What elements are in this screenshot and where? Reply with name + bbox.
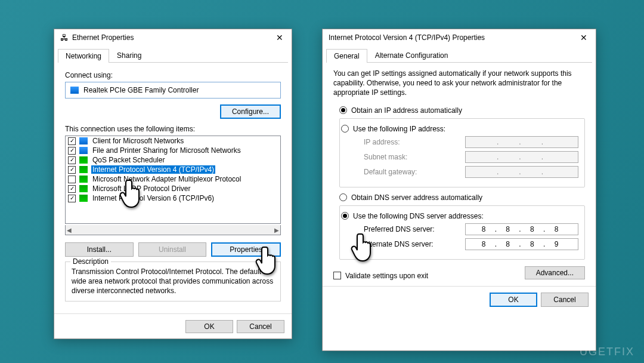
preferred-dns-label: Preferred DNS server: xyxy=(364,225,465,233)
ip-address-input[interactable] xyxy=(465,136,578,148)
checkbox-icon[interactable]: ✓ xyxy=(68,166,76,174)
close-icon[interactable]: ✕ xyxy=(578,33,590,42)
radio-obtain-ip-auto[interactable]: Obtain an IP address automatically xyxy=(339,106,585,115)
component-label: Internet Protocol Version 4 (TCP/IPv4) xyxy=(91,165,215,174)
ok-button[interactable]: OK xyxy=(185,320,233,333)
cancel-button[interactable]: Cancel xyxy=(541,293,589,307)
default-gateway-label: Default gateway: xyxy=(364,168,465,176)
list-item-selected[interactable]: ✓ Internet Protocol Version 4 (TCP/IPv4) xyxy=(66,165,280,174)
checkbox-icon[interactable] xyxy=(68,176,76,183)
tab-general[interactable]: General xyxy=(326,49,367,63)
component-icon xyxy=(79,185,88,192)
radio-icon xyxy=(341,125,349,133)
list-item[interactable]: ✓ Client for Microsoft Networks xyxy=(66,136,280,146)
list-item[interactable]: ✓ Internet Protocol Version 6 (TCP/IPv6) xyxy=(66,193,280,203)
watermark: UGETFIX xyxy=(580,346,634,358)
list-item[interactable]: Microsoft Network Adapter Multiplexor Pr… xyxy=(66,174,280,184)
radio-label: Use the following DNS server addresses: xyxy=(353,212,484,220)
component-icon xyxy=(79,195,88,202)
list-item[interactable]: ✓ File and Printer Sharing for Microsoft… xyxy=(66,146,280,155)
component-icon xyxy=(79,137,88,144)
radio-icon xyxy=(339,193,347,201)
component-label: File and Printer Sharing for Microsoft N… xyxy=(91,146,242,155)
radio-obtain-dns-auto[interactable]: Obtain DNS server address automatically xyxy=(339,193,585,202)
list-item[interactable]: ✓ Microsoft LLDP Protocol Driver xyxy=(66,184,280,193)
adapter-field[interactable]: Realtek PCIe GBE Family Controller xyxy=(65,82,281,99)
tabs: General Alternate Configuration xyxy=(326,48,592,63)
properties-button[interactable]: Properties xyxy=(211,242,281,257)
validate-checkbox[interactable]: Validate settings upon exit xyxy=(333,272,428,280)
validate-label: Validate settings upon exit xyxy=(345,272,428,280)
titlebar: 🖧 Ethernet Properties ✕ xyxy=(54,29,292,46)
list-item[interactable]: ✓ QoS Packet Scheduler xyxy=(66,155,280,165)
default-gateway-input[interactable] xyxy=(465,166,578,178)
titlebar: Internet Protocol Version 4 (TCP/IPv4) P… xyxy=(323,29,596,46)
radio-label: Obtain DNS server address automatically xyxy=(351,193,482,202)
install-button[interactable]: Install... xyxy=(65,242,134,257)
subnet-mask-input[interactable] xyxy=(465,151,578,163)
tab-sharing[interactable]: Sharing xyxy=(109,48,149,62)
component-label: Client for Microsoft Networks xyxy=(91,137,185,145)
component-label: QoS Packet Scheduler xyxy=(91,156,166,164)
adapter-name: Realtek PCIe GBE Family Controller xyxy=(83,86,199,94)
preferred-dns-input[interactable] xyxy=(465,223,578,235)
tab-alternate-config[interactable]: Alternate Configuration xyxy=(367,48,456,62)
ip-manual-group: Use the following IP address: IP address… xyxy=(339,118,585,187)
radio-icon xyxy=(341,212,349,220)
alternate-dns-input[interactable] xyxy=(465,238,578,250)
ok-button[interactable]: OK xyxy=(490,293,537,307)
checkbox-icon xyxy=(333,272,341,279)
component-icon xyxy=(79,176,88,183)
description-group: Description Transmission Control Protoco… xyxy=(65,262,281,302)
configure-button[interactable]: Configure... xyxy=(220,104,281,119)
alternate-dns-label: Alternate DNS server: xyxy=(364,240,465,248)
advanced-button[interactable]: Advanced... xyxy=(525,266,585,279)
radio-label: Use the following IP address: xyxy=(353,125,445,133)
ethernet-icon: 🖧 xyxy=(60,33,69,42)
component-icon xyxy=(79,166,88,173)
ip-address-label: IP address: xyxy=(364,138,465,146)
components-listbox[interactable]: ✓ Client for Microsoft Networks ✓ File a… xyxy=(65,136,281,224)
component-label: Internet Protocol Version 6 (TCP/IPv6) xyxy=(91,194,215,202)
cancel-button[interactable]: Cancel xyxy=(237,320,284,333)
description-heading: Description xyxy=(70,257,111,266)
tabs: Networking Sharing xyxy=(58,48,288,63)
horizontal-scrollbar[interactable]: ◀▶ xyxy=(65,225,281,235)
close-icon[interactable]: ✕ xyxy=(274,33,286,42)
checkbox-icon[interactable]: ✓ xyxy=(68,137,76,145)
component-label: Microsoft Network Adapter Multiplexor Pr… xyxy=(91,175,242,183)
items-label: This connection uses the following items… xyxy=(65,125,281,133)
radio-use-ip[interactable]: Use the following IP address: xyxy=(341,125,580,133)
radio-label: Obtain an IP address automatically xyxy=(351,106,462,115)
subnet-mask-label: Subnet mask: xyxy=(364,153,465,161)
ethernet-properties-window: 🖧 Ethernet Properties ✕ Networking Shari… xyxy=(54,29,292,339)
intro-text: You can get IP settings assigned automat… xyxy=(333,69,585,98)
checkbox-icon[interactable]: ✓ xyxy=(68,147,76,155)
checkbox-icon[interactable]: ✓ xyxy=(68,195,76,202)
ipv4-properties-window: Internet Protocol Version 4 (TCP/IPv4) P… xyxy=(322,29,596,351)
component-icon xyxy=(79,147,88,154)
component-icon xyxy=(79,156,88,164)
checkbox-icon[interactable]: ✓ xyxy=(68,185,76,193)
connect-using-label: Connect using: xyxy=(65,71,281,79)
dns-manual-group: Use the following DNS server addresses: … xyxy=(339,205,585,260)
adapter-icon xyxy=(70,87,79,94)
checkbox-icon[interactable]: ✓ xyxy=(68,156,76,164)
tab-networking[interactable]: Networking xyxy=(58,49,109,63)
radio-icon xyxy=(339,106,347,114)
radio-use-dns[interactable]: Use the following DNS server addresses: xyxy=(341,212,580,220)
window-title: Internet Protocol Version 4 (TCP/IPv4) P… xyxy=(329,33,485,42)
description-text: Transmission Control Protocol/Internet P… xyxy=(72,267,274,296)
uninstall-button[interactable]: Uninstall xyxy=(138,242,207,257)
window-title: Ethernet Properties xyxy=(72,33,134,42)
component-label: Microsoft LLDP Protocol Driver xyxy=(91,184,192,193)
